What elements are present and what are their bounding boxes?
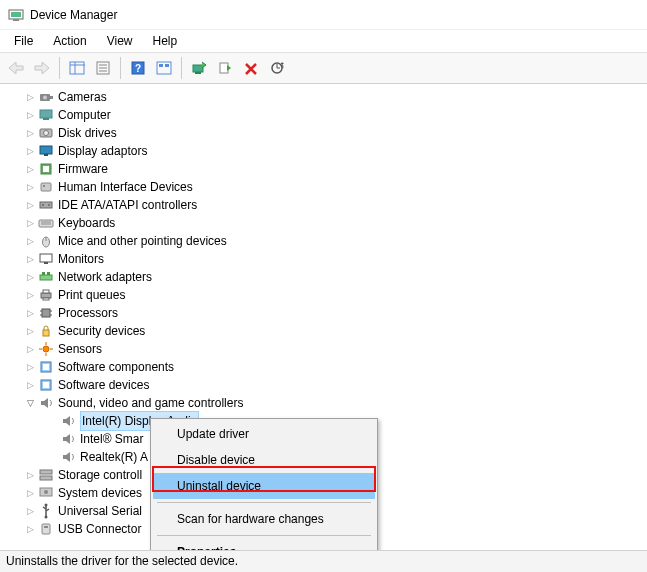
svg-rect-46 [43, 290, 49, 293]
tree-node[interactable]: Firmware [8, 160, 647, 178]
expander-icon[interactable] [24, 397, 36, 409]
expander-icon[interactable] [24, 379, 36, 391]
statusbar: Uninstalls the driver for the selected d… [0, 550, 647, 572]
ctx-update-driver[interactable]: Update driver [153, 421, 375, 447]
tree-node-label: System devices [58, 484, 142, 502]
expander-icon[interactable] [24, 289, 36, 301]
tree-node[interactable]: Cameras [8, 88, 647, 106]
tree-node-label: Keyboards [58, 214, 115, 232]
tree-node[interactable]: Processors [8, 304, 647, 322]
svg-rect-42 [40, 275, 52, 280]
update-driver-button[interactable] [187, 56, 211, 80]
tree-node[interactable]: Keyboards [8, 214, 647, 232]
tree-node-label: IDE ATA/ATAPI controllers [58, 196, 197, 214]
forward-button[interactable] [30, 56, 54, 80]
expander-icon[interactable] [24, 145, 36, 157]
svg-point-67 [45, 504, 48, 507]
tree-node[interactable]: Human Interface Devices [8, 178, 647, 196]
help-button[interactable]: ? [126, 56, 150, 80]
software-icon [38, 377, 54, 393]
expander-icon[interactable] [24, 181, 36, 193]
svg-point-54 [43, 346, 49, 352]
ctx-scan-hardware[interactable]: Scan for hardware changes [153, 506, 375, 532]
expander-icon[interactable] [24, 487, 36, 499]
expander-icon[interactable] [24, 91, 36, 103]
toolbar-separator [59, 57, 60, 79]
mouse-icon [38, 233, 54, 249]
svg-rect-16 [195, 72, 201, 74]
show-hide-tree-button[interactable] [65, 56, 89, 80]
expander-icon[interactable] [24, 307, 36, 319]
tree-node-label: Print queues [58, 286, 125, 304]
svg-rect-60 [43, 364, 49, 370]
menu-help[interactable]: Help [143, 32, 188, 50]
tree-node[interactable]: Mice and other pointing devices [8, 232, 647, 250]
usb-icon [38, 503, 54, 519]
expander-icon[interactable] [24, 235, 36, 247]
expander-icon[interactable] [24, 217, 36, 229]
svg-rect-27 [44, 154, 48, 156]
svg-rect-29 [43, 166, 49, 172]
expander-icon[interactable] [24, 325, 36, 337]
tree-node-label: Display adaptors [58, 142, 147, 160]
back-button[interactable] [4, 56, 28, 80]
action-button[interactable] [152, 56, 176, 80]
ctx-disable-device[interactable]: Disable device [153, 447, 375, 473]
expander-icon[interactable] [24, 361, 36, 373]
ctx-uninstall-device[interactable]: Uninstall device [153, 473, 375, 499]
tree-node-label: Computer [58, 106, 111, 124]
uninstall-device-button[interactable] [239, 56, 263, 80]
svg-rect-69 [42, 524, 50, 534]
expander-icon[interactable] [24, 109, 36, 121]
tree-node[interactable]: Display adaptors [8, 142, 647, 160]
expander-icon[interactable] [24, 271, 36, 283]
tree-node[interactable]: Monitors [8, 250, 647, 268]
context-menu: Update driver Disable device Uninstall d… [150, 418, 378, 568]
window-title: Device Manager [30, 8, 117, 22]
keyboard-icon [38, 215, 54, 231]
expander-icon[interactable] [24, 163, 36, 175]
tree-node[interactable]: IDE ATA/ATAPI controllers [8, 196, 647, 214]
sound-icon [60, 413, 76, 429]
properties-button[interactable] [91, 56, 115, 80]
display-icon [38, 143, 54, 159]
tree-node[interactable]: Software devices [8, 376, 647, 394]
scan-hardware-button[interactable] [265, 56, 289, 80]
svg-rect-22 [40, 110, 52, 118]
hid-icon [38, 179, 54, 195]
expander-icon[interactable] [24, 523, 36, 535]
menu-action[interactable]: Action [43, 32, 96, 50]
printer-icon [38, 287, 54, 303]
tree-node-label: Sensors [58, 340, 102, 358]
expander-icon[interactable] [24, 469, 36, 481]
tree-node[interactable]: Sound, video and game controllers [8, 394, 647, 412]
svg-rect-17 [220, 63, 228, 73]
ctx-separator [157, 535, 371, 536]
svg-point-21 [43, 96, 47, 100]
toolbar-separator [181, 57, 182, 79]
svg-rect-48 [42, 309, 50, 317]
expander-icon[interactable] [24, 199, 36, 211]
enable-device-button[interactable] [213, 56, 237, 80]
app-icon [8, 7, 24, 23]
menu-file[interactable]: File [4, 32, 43, 50]
tree-node-label: Processors [58, 304, 118, 322]
expander-icon[interactable] [24, 253, 36, 265]
tree-node-label: Network adapters [58, 268, 152, 286]
tree-node[interactable]: Software components [8, 358, 647, 376]
computer-icon [38, 107, 54, 123]
svg-rect-32 [40, 202, 52, 208]
tree-node-label: Sound, video and game controllers [58, 394, 243, 412]
tree-node[interactable]: Sensors [8, 340, 647, 358]
tree-node-label: Firmware [58, 160, 108, 178]
svg-rect-40 [40, 254, 52, 262]
expander-icon[interactable] [24, 127, 36, 139]
expander-icon[interactable] [24, 505, 36, 517]
tree-node[interactable]: Security devices [8, 322, 647, 340]
tree-node[interactable]: Computer [8, 106, 647, 124]
tree-node[interactable]: Print queues [8, 286, 647, 304]
tree-node[interactable]: Network adapters [8, 268, 647, 286]
expander-icon[interactable] [24, 343, 36, 355]
menu-view[interactable]: View [97, 32, 143, 50]
tree-node[interactable]: Disk drives [8, 124, 647, 142]
